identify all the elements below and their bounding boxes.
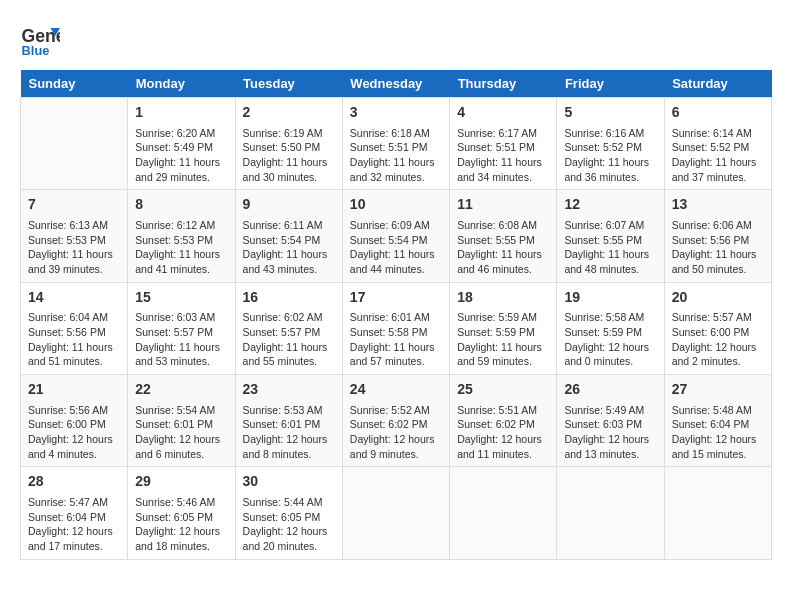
calendar-cell: 23Sunrise: 5:53 AM Sunset: 6:01 PM Dayli… xyxy=(235,375,342,467)
calendar-cell: 29Sunrise: 5:46 AM Sunset: 6:05 PM Dayli… xyxy=(128,467,235,559)
column-header-saturday: Saturday xyxy=(664,70,771,98)
day-info: Sunrise: 5:54 AM Sunset: 6:01 PM Dayligh… xyxy=(135,403,227,462)
day-info: Sunrise: 5:46 AM Sunset: 6:05 PM Dayligh… xyxy=(135,495,227,554)
day-number: 17 xyxy=(350,288,442,308)
day-info: Sunrise: 6:04 AM Sunset: 5:56 PM Dayligh… xyxy=(28,310,120,369)
day-info: Sunrise: 5:56 AM Sunset: 6:00 PM Dayligh… xyxy=(28,403,120,462)
day-info: Sunrise: 6:02 AM Sunset: 5:57 PM Dayligh… xyxy=(243,310,335,369)
day-info: Sunrise: 6:08 AM Sunset: 5:55 PM Dayligh… xyxy=(457,218,549,277)
day-info: Sunrise: 6:01 AM Sunset: 5:58 PM Dayligh… xyxy=(350,310,442,369)
column-header-friday: Friday xyxy=(557,70,664,98)
day-info: Sunrise: 6:19 AM Sunset: 5:50 PM Dayligh… xyxy=(243,126,335,185)
day-number: 3 xyxy=(350,103,442,123)
day-number: 11 xyxy=(457,195,549,215)
day-number: 25 xyxy=(457,380,549,400)
day-number: 24 xyxy=(350,380,442,400)
calendar-cell: 20Sunrise: 5:57 AM Sunset: 6:00 PM Dayli… xyxy=(664,282,771,374)
day-number: 7 xyxy=(28,195,120,215)
calendar-cell xyxy=(342,467,449,559)
calendar-cell: 30Sunrise: 5:44 AM Sunset: 6:05 PM Dayli… xyxy=(235,467,342,559)
day-number: 9 xyxy=(243,195,335,215)
calendar-cell xyxy=(557,467,664,559)
day-info: Sunrise: 6:20 AM Sunset: 5:49 PM Dayligh… xyxy=(135,126,227,185)
calendar-header-row: SundayMondayTuesdayWednesdayThursdayFrid… xyxy=(21,70,772,98)
day-number: 21 xyxy=(28,380,120,400)
calendar-cell: 14Sunrise: 6:04 AM Sunset: 5:56 PM Dayli… xyxy=(21,282,128,374)
calendar-week-4: 21Sunrise: 5:56 AM Sunset: 6:00 PM Dayli… xyxy=(21,375,772,467)
calendar-cell xyxy=(450,467,557,559)
day-info: Sunrise: 6:11 AM Sunset: 5:54 PM Dayligh… xyxy=(243,218,335,277)
day-info: Sunrise: 5:48 AM Sunset: 6:04 PM Dayligh… xyxy=(672,403,764,462)
calendar-table: SundayMondayTuesdayWednesdayThursdayFrid… xyxy=(20,70,772,560)
day-number: 12 xyxy=(564,195,656,215)
day-number: 19 xyxy=(564,288,656,308)
calendar-cell: 7Sunrise: 6:13 AM Sunset: 5:53 PM Daylig… xyxy=(21,190,128,282)
calendar-cell: 6Sunrise: 6:14 AM Sunset: 5:52 PM Daylig… xyxy=(664,98,771,190)
calendar-cell: 10Sunrise: 6:09 AM Sunset: 5:54 PM Dayli… xyxy=(342,190,449,282)
day-number: 26 xyxy=(564,380,656,400)
day-info: Sunrise: 5:44 AM Sunset: 6:05 PM Dayligh… xyxy=(243,495,335,554)
day-info: Sunrise: 6:07 AM Sunset: 5:55 PM Dayligh… xyxy=(564,218,656,277)
day-number: 29 xyxy=(135,472,227,492)
day-info: Sunrise: 6:14 AM Sunset: 5:52 PM Dayligh… xyxy=(672,126,764,185)
calendar-week-1: 1Sunrise: 6:20 AM Sunset: 5:49 PM Daylig… xyxy=(21,98,772,190)
day-info: Sunrise: 5:51 AM Sunset: 6:02 PM Dayligh… xyxy=(457,403,549,462)
calendar-cell: 17Sunrise: 6:01 AM Sunset: 5:58 PM Dayli… xyxy=(342,282,449,374)
calendar-cell: 8Sunrise: 6:12 AM Sunset: 5:53 PM Daylig… xyxy=(128,190,235,282)
calendar-cell: 27Sunrise: 5:48 AM Sunset: 6:04 PM Dayli… xyxy=(664,375,771,467)
calendar-cell: 5Sunrise: 6:16 AM Sunset: 5:52 PM Daylig… xyxy=(557,98,664,190)
day-number: 30 xyxy=(243,472,335,492)
column-header-tuesday: Tuesday xyxy=(235,70,342,98)
column-header-sunday: Sunday xyxy=(21,70,128,98)
day-number: 18 xyxy=(457,288,549,308)
day-number: 28 xyxy=(28,472,120,492)
calendar-cell xyxy=(21,98,128,190)
calendar-cell: 15Sunrise: 6:03 AM Sunset: 5:57 PM Dayli… xyxy=(128,282,235,374)
calendar-week-2: 7Sunrise: 6:13 AM Sunset: 5:53 PM Daylig… xyxy=(21,190,772,282)
day-info: Sunrise: 6:18 AM Sunset: 5:51 PM Dayligh… xyxy=(350,126,442,185)
calendar-cell: 13Sunrise: 6:06 AM Sunset: 5:56 PM Dayli… xyxy=(664,190,771,282)
day-info: Sunrise: 5:59 AM Sunset: 5:59 PM Dayligh… xyxy=(457,310,549,369)
calendar-cell: 18Sunrise: 5:59 AM Sunset: 5:59 PM Dayli… xyxy=(450,282,557,374)
day-info: Sunrise: 6:03 AM Sunset: 5:57 PM Dayligh… xyxy=(135,310,227,369)
calendar-cell: 11Sunrise: 6:08 AM Sunset: 5:55 PM Dayli… xyxy=(450,190,557,282)
calendar-cell: 19Sunrise: 5:58 AM Sunset: 5:59 PM Dayli… xyxy=(557,282,664,374)
day-number: 4 xyxy=(457,103,549,123)
calendar-cell xyxy=(664,467,771,559)
svg-text:Blue: Blue xyxy=(22,43,50,58)
day-number: 15 xyxy=(135,288,227,308)
calendar-week-3: 14Sunrise: 6:04 AM Sunset: 5:56 PM Dayli… xyxy=(21,282,772,374)
calendar-cell: 1Sunrise: 6:20 AM Sunset: 5:49 PM Daylig… xyxy=(128,98,235,190)
calendar-cell: 24Sunrise: 5:52 AM Sunset: 6:02 PM Dayli… xyxy=(342,375,449,467)
day-number: 14 xyxy=(28,288,120,308)
day-number: 5 xyxy=(564,103,656,123)
day-info: Sunrise: 5:58 AM Sunset: 5:59 PM Dayligh… xyxy=(564,310,656,369)
calendar-cell: 26Sunrise: 5:49 AM Sunset: 6:03 PM Dayli… xyxy=(557,375,664,467)
day-number: 27 xyxy=(672,380,764,400)
day-number: 1 xyxy=(135,103,227,123)
day-number: 10 xyxy=(350,195,442,215)
day-info: Sunrise: 6:16 AM Sunset: 5:52 PM Dayligh… xyxy=(564,126,656,185)
column-header-wednesday: Wednesday xyxy=(342,70,449,98)
calendar-cell: 9Sunrise: 6:11 AM Sunset: 5:54 PM Daylig… xyxy=(235,190,342,282)
calendar-cell: 28Sunrise: 5:47 AM Sunset: 6:04 PM Dayli… xyxy=(21,467,128,559)
day-number: 13 xyxy=(672,195,764,215)
day-info: Sunrise: 5:52 AM Sunset: 6:02 PM Dayligh… xyxy=(350,403,442,462)
calendar-cell: 2Sunrise: 6:19 AM Sunset: 5:50 PM Daylig… xyxy=(235,98,342,190)
day-info: Sunrise: 5:47 AM Sunset: 6:04 PM Dayligh… xyxy=(28,495,120,554)
day-info: Sunrise: 6:13 AM Sunset: 5:53 PM Dayligh… xyxy=(28,218,120,277)
day-info: Sunrise: 5:53 AM Sunset: 6:01 PM Dayligh… xyxy=(243,403,335,462)
calendar-cell: 25Sunrise: 5:51 AM Sunset: 6:02 PM Dayli… xyxy=(450,375,557,467)
day-number: 8 xyxy=(135,195,227,215)
day-number: 16 xyxy=(243,288,335,308)
day-info: Sunrise: 6:12 AM Sunset: 5:53 PM Dayligh… xyxy=(135,218,227,277)
column-header-thursday: Thursday xyxy=(450,70,557,98)
day-info: Sunrise: 5:57 AM Sunset: 6:00 PM Dayligh… xyxy=(672,310,764,369)
calendar-cell: 16Sunrise: 6:02 AM Sunset: 5:57 PM Dayli… xyxy=(235,282,342,374)
day-info: Sunrise: 5:49 AM Sunset: 6:03 PM Dayligh… xyxy=(564,403,656,462)
page-header: General Blue xyxy=(20,20,772,60)
day-number: 2 xyxy=(243,103,335,123)
day-number: 23 xyxy=(243,380,335,400)
day-info: Sunrise: 6:17 AM Sunset: 5:51 PM Dayligh… xyxy=(457,126,549,185)
calendar-cell: 12Sunrise: 6:07 AM Sunset: 5:55 PM Dayli… xyxy=(557,190,664,282)
